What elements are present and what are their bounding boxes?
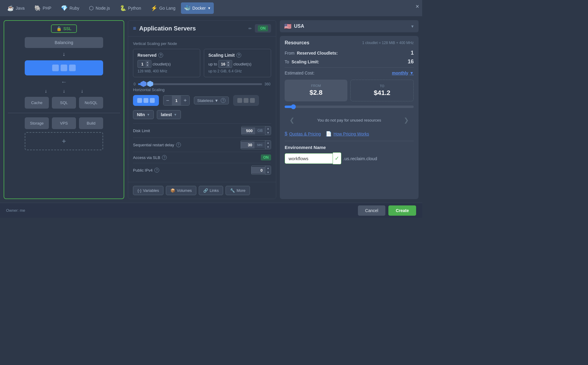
quotas-pricing-link[interactable]: $ Quotas & Pricing [285,131,321,137]
price-from-period: FROM [289,84,343,87]
reserved-cloudlets-row: From Reserved Cloudlets: 1 [285,50,414,56]
node-dot-2 [61,65,67,71]
vertical-scaling-label: Vertical Scaling per Node [133,41,271,46]
tab-php[interactable]: 🐘 PHP [30,2,56,14]
right-panel: 🇺🇸 USA ▼ Resources 1 cloudlet = 128 MiB … [280,20,419,199]
tab-java[interactable]: ☕ Java [3,2,29,14]
stateless-dropdown[interactable]: Stateless ▼ ? [194,97,229,104]
tab-nodejs[interactable]: ⬡ Node.js [85,2,114,14]
add-icon: + [62,137,66,145]
public-ipv4-value: 0 [251,167,265,174]
version-dropdown[interactable]: latest ▼ [157,110,181,119]
app-servers-panel: ≡ Application Servers ✏ ON Vertical Scal… [128,20,276,199]
scaling-limit-value: 16 [220,62,226,66]
prev-banner-arrow[interactable]: ❮ [289,116,295,124]
disk-limit-decrement[interactable]: ▼ [265,131,271,135]
reserved-increment[interactable]: ▲ [146,61,149,64]
restart-delay-input: 30 sec ▲ ▼ [241,140,271,149]
next-banner-arrow[interactable]: ❯ [404,116,409,124]
tab-python[interactable]: 🐍 Python [115,2,146,14]
resources-header: Resources 1 cloudlet = 128 MiB + 400 MHz [285,40,414,46]
np-dot-3 [150,98,155,103]
tab-golang[interactable]: ⚡ Go Lang [147,2,180,14]
pricing-works-label: How Pricing Works [334,132,369,136]
restart-delay-decrement[interactable]: ▼ [265,145,271,149]
node-count-increment[interactable]: + [181,96,189,105]
divider [8,113,120,113]
storage-node[interactable]: Storage [25,117,49,129]
variables-button[interactable]: {-} Variables [133,186,163,195]
docker-tab-arrow: ▼ [207,6,211,10]
public-ipv4-help[interactable]: ? [154,168,159,173]
scaling-limit-title: Scaling Limit ? [208,53,267,58]
empty-node-preview [233,95,259,106]
nosql-node[interactable]: NoSQL [79,97,103,109]
active-node[interactable] [25,60,103,75]
restart-delay-value: 30 [241,141,254,148]
scaling-limit-increment[interactable]: ▲ [226,61,230,64]
three-arrows: ↓↓↓ [45,88,83,94]
cost-slider[interactable] [285,106,414,108]
tab-ruby-label: Ruby [69,6,79,11]
disk-limit-increment[interactable]: ▲ [265,126,271,131]
create-button[interactable]: Create [388,205,416,216]
how-pricing-works-link[interactable]: 📄 How Pricing Works [326,131,369,137]
scaling-limit-help-icon[interactable]: ? [236,53,241,58]
scaling-limit-decrement[interactable]: ▼ [226,64,230,67]
reserved-help-icon[interactable]: ? [158,53,163,58]
edit-icon[interactable]: ✏ [248,26,252,31]
add-node-button[interactable]: + [25,132,103,150]
left-arrow: ← [61,78,67,85]
cost-period-selector[interactable]: monthly ▼ [392,71,414,75]
resources-panel: Resources 1 cloudlet = 128 MiB + 400 MHz… [280,36,419,199]
reserved-box: Reserved ? 1 ▲ ▼ cloudlet(s) [133,49,200,77]
empty-dot-2 [244,98,248,103]
links-button[interactable]: 🔗 Links [199,186,223,195]
region-selector[interactable]: 🇺🇸 USA ▼ [280,20,419,32]
horiz-controls: − 1 + Stateless ▼ ? [133,95,271,106]
golang-icon: ⚡ [151,5,157,11]
scaling-slider[interactable] [138,83,262,85]
tab-docker-label: Docker [192,6,206,11]
stateless-help-icon[interactable]: ? [221,98,226,103]
engine-arrow: ▼ [147,113,150,116]
tab-ruby[interactable]: 💎 Ruby [57,2,84,14]
access-slb-toggle[interactable]: ON [261,154,271,160]
tab-docker[interactable]: 🐳 Docker ▼ [181,2,214,14]
access-slb-help[interactable]: ? [162,155,167,160]
owner-label: Owner: me [6,208,358,213]
stateless-arrow: ▼ [214,98,218,103]
sub-nodes-2: Storage VPS Build [8,117,120,129]
cache-node[interactable]: Cache [25,97,49,109]
env-name-input[interactable] [285,153,333,164]
access-slb-label: Access via SLB ? [133,155,261,160]
restart-delay-help[interactable]: ? [176,142,181,147]
engine-dropdown[interactable]: N8n ▼ [133,110,154,119]
app-servers-toggle[interactable]: ON [255,24,271,33]
more-button[interactable]: 🔧 More [226,186,250,195]
cancel-button[interactable]: Cancel [358,205,386,216]
scaling-boxes: Reserved ? 1 ▲ ▼ cloudlet(s) [133,49,271,77]
restart-delay-increment[interactable]: ▲ [265,141,271,145]
close-button[interactable]: × [416,3,419,10]
scaling-limit-res-label: To Scaling Limit: [285,59,319,64]
public-ipv4-input: 0 ▲ ▼ [251,166,271,175]
reserved-sub: 128 MiB, 400 MHz [138,69,196,73]
node-count-decrement[interactable]: − [163,96,172,105]
ssl-badge[interactable]: 🔒 SSL [51,24,77,33]
reserved-decrement[interactable]: ▼ [146,64,149,67]
variables-label: Variables [143,188,159,193]
vps-node[interactable]: VPS [52,117,76,129]
scaling-limit-spinner: up to 16 ▲ ▼ cloudlet(s) [208,60,267,68]
public-ipv4-decrement[interactable]: ▼ [265,170,271,174]
restart-delay-control: 30 sec ▲ ▼ [241,140,271,149]
node-dots [52,65,76,71]
public-ipv4-increment[interactable]: ▲ [265,166,271,170]
balancing-node[interactable]: Balancing [25,37,103,48]
toggle-on-badge: ON [258,25,268,31]
hex-thumb-1 [141,81,147,87]
sql-node[interactable]: SQL [52,97,76,109]
node-count-control[interactable]: − 1 + [163,95,190,106]
volumes-button[interactable]: 📦 Volumes [166,186,196,195]
build-node[interactable]: Build [79,117,103,129]
